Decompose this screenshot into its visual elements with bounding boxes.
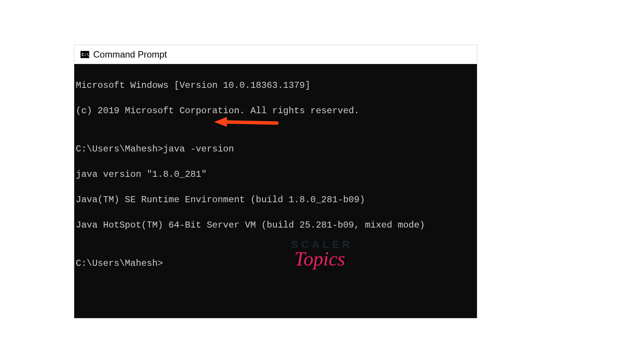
- terminal-prompt-command: C:\Users\Mahesh>java -version: [76, 143, 475, 156]
- cmd-icon: C:\: [80, 51, 89, 58]
- terminal-prompt-idle: C:\Users\Mahesh>: [76, 257, 475, 270]
- cmd-icon-label: C:\: [81, 52, 89, 57]
- scaler-topics-logo: SCALER Topics: [291, 239, 353, 270]
- window-title-bar[interactable]: C:\ Command Prompt: [74, 45, 477, 64]
- terminal-output-version: java version "1.8.0_281": [76, 168, 475, 181]
- terminal-output[interactable]: Microsoft Windows [Version 10.0.18363.13…: [74, 64, 477, 318]
- command-prompt-window: C:\ Command Prompt Microsoft Windows [Ve…: [74, 45, 477, 318]
- brand-text-topics: Topics: [289, 248, 350, 270]
- window-title: Command Prompt: [93, 49, 167, 60]
- terminal-line-header2: (c) 2019 Microsoft Corporation. All righ…: [76, 105, 475, 117]
- terminal-line-header1: Microsoft Windows [Version 10.0.18363.13…: [76, 79, 475, 92]
- terminal-output-hotspot: Java HotSpot(TM) 64-Bit Server VM (build…: [76, 219, 475, 232]
- terminal-output-runtime: Java(TM) SE Runtime Environment (build 1…: [76, 193, 475, 206]
